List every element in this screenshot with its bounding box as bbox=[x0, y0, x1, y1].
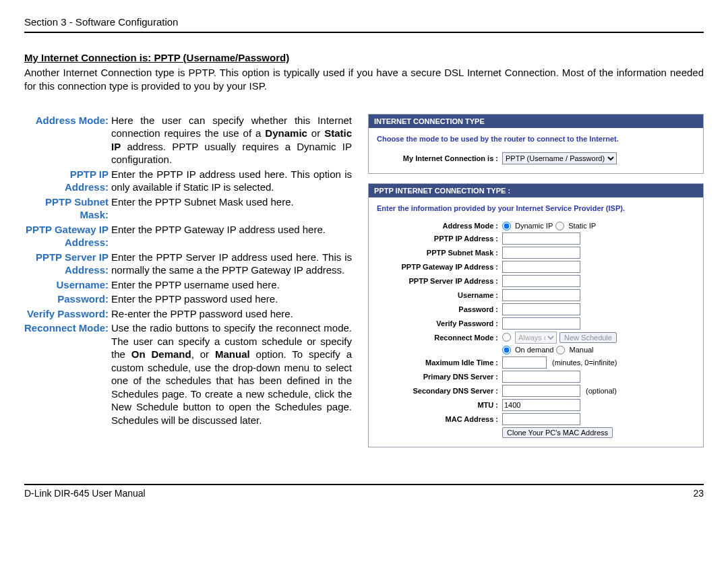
field-label: Verify Password : bbox=[377, 319, 502, 327]
field-label: Address Mode : bbox=[377, 222, 502, 230]
static-ip-radio[interactable] bbox=[555, 222, 564, 230]
def-desc: Enter the PPTP password used here. bbox=[111, 292, 355, 307]
primary-dns-input[interactable] bbox=[502, 371, 580, 383]
panel-instruction: Choose the mode to be used by the router… bbox=[377, 135, 695, 143]
hint-text: (optional) bbox=[586, 387, 617, 395]
section-label: Section 3 - Software Configuration bbox=[24, 16, 178, 28]
username-input[interactable] bbox=[502, 289, 580, 301]
def-label: Address Mode: bbox=[24, 114, 111, 168]
mac-input[interactable] bbox=[502, 413, 580, 425]
field-label: Password : bbox=[377, 305, 502, 313]
manual-radio[interactable] bbox=[556, 346, 565, 354]
pptp-server-input[interactable] bbox=[502, 275, 580, 287]
field-label: My Internet Connection is : bbox=[377, 154, 502, 162]
field-label: PPTP IP Address : bbox=[377, 235, 502, 243]
def-desc: Enter the PPTP Server IP address used he… bbox=[111, 251, 355, 278]
new-schedule-button[interactable]: New Schedule bbox=[559, 332, 617, 343]
def-desc: Use the radio buttons to specify the rec… bbox=[111, 321, 355, 428]
password-input[interactable] bbox=[502, 303, 580, 315]
def-label: PPTP Subnet Mask: bbox=[24, 195, 111, 223]
clone-mac-button[interactable]: Clone Your PC's MAC Address bbox=[502, 427, 613, 438]
radio-label: Manual bbox=[569, 346, 593, 354]
reconnect-schedule-select[interactable]: Always o bbox=[515, 332, 557, 344]
def-label: PPTP Server IP Address: bbox=[24, 251, 111, 278]
internet-connection-type-panel: INTERNET CONNECTION TYPE Choose the mode… bbox=[368, 114, 704, 174]
radio-label: Static IP bbox=[568, 222, 596, 230]
def-desc: Here the user can specify whether this I… bbox=[111, 114, 355, 168]
mtu-input[interactable] bbox=[502, 399, 580, 411]
secondary-dns-input[interactable] bbox=[502, 385, 580, 397]
pptp-ip-input[interactable] bbox=[502, 232, 580, 245]
config-panels-column: INTERNET CONNECTION TYPE Choose the mode… bbox=[368, 114, 704, 457]
pptp-gateway-input[interactable] bbox=[502, 261, 580, 273]
radio-label: Dynamic IP bbox=[515, 222, 553, 230]
field-label: PPTP Gateway IP Address : bbox=[377, 263, 502, 271]
def-label: PPTP IP Address: bbox=[24, 168, 111, 195]
field-label: MAC Address : bbox=[377, 415, 502, 423]
reconnect-schedule-radio[interactable] bbox=[502, 333, 511, 342]
max-idle-input[interactable] bbox=[502, 356, 547, 369]
panel-header: INTERNET CONNECTION TYPE bbox=[369, 115, 703, 128]
field-label: Username : bbox=[377, 291, 502, 299]
field-label: PPTP Server IP Address : bbox=[377, 277, 502, 285]
intro-paragraph: Another Internet Connection type is PPTP… bbox=[24, 66, 704, 94]
page-footer: D-Link DIR-645 User Manual 23 bbox=[24, 484, 704, 499]
def-desc: Enter the PPTP IP address used here. Thi… bbox=[111, 168, 355, 195]
definitions-column: Address Mode: Here the user can specify … bbox=[24, 114, 355, 457]
connection-type-select[interactable]: PPTP (Username / Password) bbox=[502, 152, 617, 164]
pptp-connection-panel: PPTP INTERNET CONNECTION TYPE : Enter th… bbox=[368, 183, 704, 447]
radio-label: On demand bbox=[515, 346, 553, 354]
def-desc: Enter the PPTP Subnet Mask used here. bbox=[111, 195, 355, 223]
section-header: Section 3 - Software Configuration bbox=[24, 16, 704, 33]
footer-page-number: 23 bbox=[693, 488, 704, 499]
verify-password-input[interactable] bbox=[502, 317, 580, 330]
def-label: Verify Password: bbox=[24, 307, 111, 322]
hint-text: (minutes, 0=infinite) bbox=[552, 358, 617, 367]
pptp-subnet-input[interactable] bbox=[502, 247, 580, 259]
def-label: Password: bbox=[24, 292, 111, 307]
def-label: Reconnect Mode: bbox=[24, 321, 111, 428]
field-label: Maximum Idle Time : bbox=[377, 358, 502, 367]
def-label: PPTP Gateway IP Address: bbox=[24, 223, 111, 251]
field-label: Reconnect Mode : bbox=[377, 334, 502, 342]
field-label: Primary DNS Server : bbox=[377, 373, 502, 381]
footer-left: D-Link DIR-645 User Manual bbox=[24, 488, 146, 499]
field-label: PPTP Subnet Mask : bbox=[377, 249, 502, 257]
field-label: Secondary DNS Server : bbox=[377, 387, 502, 395]
def-label: Username: bbox=[24, 278, 111, 293]
panel-instruction: Enter the information provided by your I… bbox=[377, 204, 695, 212]
def-desc: Enter the PPTP username used here. bbox=[111, 278, 355, 293]
panel-header: PPTP INTERNET CONNECTION TYPE : bbox=[369, 184, 703, 197]
page-title: My Internet Connection is: PPTP (Usernam… bbox=[24, 52, 704, 63]
on-demand-radio[interactable] bbox=[502, 346, 511, 354]
field-label: MTU : bbox=[377, 401, 502, 409]
def-desc: Enter the PPTP Gateway IP address used h… bbox=[111, 223, 355, 251]
dynamic-ip-radio[interactable] bbox=[502, 222, 511, 230]
def-desc: Re-enter the PPTP password used here. bbox=[111, 307, 355, 322]
